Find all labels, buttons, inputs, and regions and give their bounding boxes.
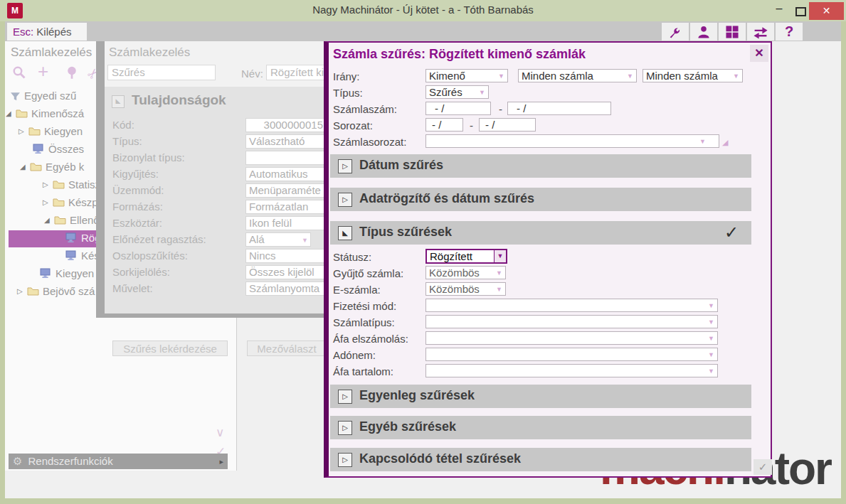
eszkoztar-value[interactable]: Ikon felül bbox=[245, 216, 327, 230]
expander-collapsed-icon[interactable]: ▷ bbox=[338, 390, 352, 404]
tree-view-icon[interactable] bbox=[65, 65, 79, 83]
section-adatrogzito[interactable]: ▷ Adatrögzítő és dátum szűrés bbox=[330, 188, 751, 211]
gear-icon: ⚙ bbox=[13, 455, 22, 467]
sorkijeloles-value[interactable]: Összes kijelöl bbox=[245, 265, 327, 279]
gyujto-szamla-dropdown[interactable]: Közömbös▼ bbox=[425, 266, 506, 279]
search-icon[interactable] bbox=[12, 65, 26, 83]
irany-dropdown[interactable]: Kimenő▼ bbox=[425, 69, 508, 82]
afa-tartalom-dropdown[interactable]: ▼ bbox=[425, 364, 718, 377]
kod-value[interactable]: 3000000015 bbox=[245, 118, 327, 132]
monitor-icon bbox=[40, 268, 51, 279]
range-dash: - bbox=[499, 103, 502, 115]
close-button[interactable]: ✕ bbox=[809, 2, 844, 20]
invoice-filter-dialog: Számla szűrés: Rögzített kimenő számlák … bbox=[324, 41, 772, 478]
dropdown-arrow-icon: ▼ bbox=[497, 252, 504, 259]
afa-elszamolas-label: Áfa elszámolás: bbox=[333, 333, 408, 345]
expander-collapsed-icon[interactable]: ▷ bbox=[338, 453, 352, 467]
modules-button[interactable] bbox=[719, 23, 746, 41]
section-egyenleg-szuresek[interactable]: ▷ Egyenleg szűrések bbox=[330, 385, 751, 408]
esc-exit-button[interactable]: Esc: Kilépés bbox=[7, 23, 87, 41]
chevron-down-icon[interactable]: ∨ bbox=[216, 425, 224, 440]
folder-icon bbox=[27, 286, 39, 296]
tree-expanded-icon[interactable]: ◢ bbox=[44, 216, 50, 224]
field-row-elonezet: Előnézet ragasztás: Alá▼ bbox=[105, 232, 331, 247]
tree-collapsed-icon[interactable]: ▷ bbox=[18, 127, 24, 135]
e-szamla-label: E-számla: bbox=[333, 284, 381, 296]
folder-icon bbox=[54, 215, 66, 225]
tipus-value[interactable]: Választható bbox=[245, 134, 327, 149]
grid-icon bbox=[724, 25, 740, 39]
kigyujtes-value[interactable]: Automatikus bbox=[245, 167, 327, 181]
sorozat-from-input[interactable]: - / bbox=[425, 118, 463, 132]
dialog-confirm-grip[interactable]: ✓ bbox=[754, 459, 772, 475]
monitor-icon bbox=[65, 232, 77, 243]
sorozat-to-input[interactable]: - / bbox=[479, 118, 536, 132]
szamlasorozat-label: Számlasorozat: bbox=[333, 136, 406, 148]
minimize-button[interactable]: – bbox=[768, 2, 790, 20]
oszlop-value[interactable]: Nincs bbox=[245, 249, 327, 263]
field-row-bizonylat: Bizonylat típus: bbox=[105, 151, 331, 166]
section-egyeb-szuresek[interactable]: ▷ Egyéb szűrések bbox=[330, 416, 751, 439]
section-kapcsolodo-tetel[interactable]: ▷ Kapcsolódó tétel szűrések bbox=[330, 448, 751, 471]
expander-collapsed-icon[interactable]: ▷ bbox=[338, 159, 352, 173]
dropdown-arrow-box[interactable]: ▼ bbox=[494, 250, 506, 262]
field-row-tipus: Típus: Választható bbox=[105, 134, 331, 149]
expander-collapsed-icon[interactable]: ▷ bbox=[338, 421, 352, 435]
monitor-icon bbox=[65, 250, 77, 261]
collapse-toggle-icon[interactable]: ◣ bbox=[112, 95, 125, 108]
e-szamla-dropdown[interactable]: Közömbös▼ bbox=[425, 282, 506, 296]
statusz-dropdown[interactable]: Rögzített▼ bbox=[425, 249, 507, 264]
tree-collapsed-icon[interactable]: ▷ bbox=[43, 181, 48, 188]
user-button[interactable] bbox=[690, 23, 717, 41]
field-select-button[interactable]: Mezőválaszt bbox=[247, 341, 327, 356]
szamlaszam-from-input[interactable]: - / bbox=[425, 102, 491, 115]
tipus-dropdown[interactable]: Szűrés▼ bbox=[425, 85, 489, 99]
szamlaszam-to-input[interactable]: - / bbox=[507, 102, 611, 115]
resize-grip-icon[interactable]: ◢ bbox=[722, 138, 728, 147]
name-input[interactable]: Rögzített kim bbox=[266, 65, 330, 80]
irany-dropdown-3[interactable]: Minden számla▼ bbox=[643, 69, 743, 82]
dropdown-arrow-icon: ▼ bbox=[496, 269, 502, 277]
dialog-close-button[interactable]: ✕ bbox=[750, 45, 768, 62]
help-button[interactable]: ? bbox=[776, 23, 803, 41]
afa-elszamolas-dropdown[interactable]: ▼ bbox=[425, 331, 718, 345]
field-row-eszkoztar: Eszköztár: Ikon felül bbox=[105, 216, 331, 231]
gyujto-szamla-label: Gyűjtő számla: bbox=[333, 267, 403, 279]
bizonylat-value[interactable] bbox=[245, 151, 327, 165]
folder-icon bbox=[53, 198, 65, 207]
elonezet-dropdown[interactable]: Alá▼ bbox=[245, 232, 311, 247]
switch-button[interactable] bbox=[747, 23, 774, 41]
dropdown-arrow-icon: ▼ bbox=[627, 73, 633, 80]
irany-dropdown-2[interactable]: Minden számla▼ bbox=[518, 69, 637, 82]
fizetesi-mod-dropdown[interactable]: ▼ bbox=[425, 299, 718, 312]
szamlatipus-dropdown[interactable]: ▼ bbox=[425, 315, 718, 328]
system-functions-bar[interactable]: ⚙Rendszerfunkciók ▸ bbox=[9, 454, 228, 469]
add-icon[interactable]: + bbox=[38, 60, 48, 82]
section-tipus-szuresek[interactable]: ◣ Típus szűrések ✓ bbox=[330, 221, 751, 245]
maximize-button[interactable] bbox=[790, 2, 811, 20]
query-filter-button[interactable]: Szűrés lekérdezése bbox=[112, 341, 228, 356]
tree-collapsed-icon[interactable]: ▷ bbox=[17, 287, 23, 295]
tree-collapsed-icon[interactable]: ▷ bbox=[43, 198, 48, 206]
expander-collapsed-icon[interactable]: ▷ bbox=[338, 193, 352, 207]
szamlasorozat-dropdown[interactable]: ▼ bbox=[425, 134, 719, 148]
muvelet-value[interactable]: Számlanyomta bbox=[245, 282, 327, 296]
field-row-formazas: Formázás: Formázatlan bbox=[105, 200, 331, 215]
dropdown-arrow-icon: ▼ bbox=[708, 335, 714, 342]
tools-button[interactable] bbox=[662, 23, 689, 41]
section-datum-szures[interactable]: ▷ Dátum szűrés bbox=[330, 154, 751, 178]
app-window: M Nagy Machinátor - Új kötet - a - Tóth … bbox=[0, 0, 846, 504]
folder-icon bbox=[28, 127, 41, 136]
properties-window: Számlakezelés Szűrés Név: Rögzített kim … bbox=[96, 41, 331, 318]
field-row-muvelet: Művelet: Számlanyomta bbox=[105, 282, 331, 296]
tree-expanded-icon[interactable]: ◢ bbox=[6, 109, 11, 117]
esc-key-label: Esc: bbox=[13, 26, 33, 38]
tree-expanded-icon[interactable]: ◢ bbox=[20, 163, 26, 171]
uzemmod-value[interactable]: Menüparaméte bbox=[245, 183, 327, 198]
filter-input[interactable]: Szűrés bbox=[107, 65, 216, 80]
adonem-dropdown[interactable]: ▼ bbox=[425, 348, 718, 361]
dropdown-arrow-icon: ▼ bbox=[708, 318, 714, 326]
formazas-value[interactable]: Formázatlan bbox=[245, 200, 327, 214]
dropdown-arrow-icon: ▼ bbox=[496, 286, 502, 293]
expander-expanded-icon[interactable]: ◣ bbox=[338, 226, 352, 240]
